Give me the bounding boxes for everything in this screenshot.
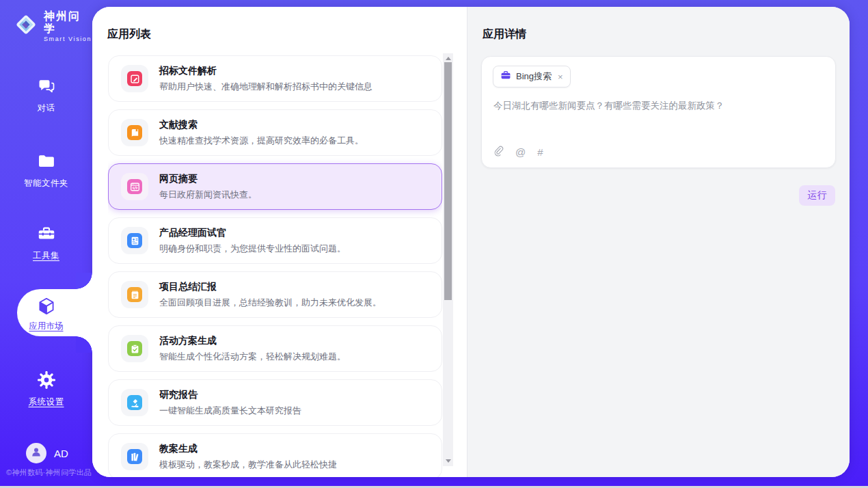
- briefcase-icon: [500, 70, 511, 83]
- app-desc: 明确身份和职责，为您提供专业性的面试问题。: [159, 243, 346, 255]
- microscope-icon: [127, 395, 142, 410]
- sidebar-item-smart-folders[interactable]: 智能文件夹: [0, 152, 92, 189]
- sidebar: 神州问学 Smart Vision 对话 智能文件夹 工具集: [0, 0, 92, 486]
- gear-icon: [37, 370, 56, 390]
- user-account[interactable]: AD: [26, 443, 68, 463]
- person-icon: [30, 446, 42, 461]
- prompt-input[interactable]: 今日湖北有哪些新闻要点？有哪些需要关注的最新政策？: [493, 99, 824, 113]
- app-icon-tile: [121, 227, 148, 254]
- content-area: 应用列表 招标文件解析 帮助用户快速、准确地理解和解析招标书中的关键信息 文献搜…: [92, 7, 850, 477]
- app-desc: 帮助用户快速、准确地理解和解析招标书中的关键信息: [159, 81, 372, 93]
- app-detail-panel: 应用详情 Bing搜索 × 今日湖北有哪些新闻要点？有哪些需要关注的最新政策？ …: [467, 7, 850, 477]
- app-icon-tile: [121, 281, 148, 308]
- gem-logo-icon: [14, 12, 38, 40]
- tag-remove-icon[interactable]: ×: [558, 72, 563, 82]
- app-window: 应用列表 招标文件解析 帮助用户快速、准确地理解和解析招标书中的关键信息 文献搜…: [0, 0, 868, 488]
- app-card[interactable]: 活动方案生成 智能生成个性化活动方案，轻松解决规划难题。: [108, 325, 442, 372]
- tab-notch-bottom: [76, 336, 92, 353]
- app-desc: 一键智能生成高质量长文本研究报告: [159, 405, 301, 417]
- app-icon-tile: [121, 335, 148, 362]
- app-name: 招标文件解析: [159, 65, 372, 77]
- app-name: 项目总结汇报: [159, 281, 381, 293]
- scrollbar-thumb[interactable]: [444, 62, 452, 300]
- scroll-down-icon[interactable]: [446, 459, 451, 463]
- notepad-icon: [127, 287, 142, 302]
- tool-tag-bing-search[interactable]: Bing搜索 ×: [493, 66, 571, 87]
- user-name: AD: [54, 448, 68, 459]
- toolbox-icon: [37, 224, 56, 243]
- app-card[interactable]: 网页摘要 每日政府新闻资讯快查。: [108, 163, 442, 210]
- sidebar-item-label: 智能文件夹: [0, 178, 92, 189]
- app-card-list: 招标文件解析 帮助用户快速、准确地理解和解析招标书中的关键信息 文献搜索 快速精…: [108, 55, 442, 477]
- sidebar-item-settings[interactable]: 系统设置: [0, 370, 92, 408]
- app-list-panel: 应用列表 招标文件解析 帮助用户快速、准确地理解和解析招标书中的关键信息 文献搜…: [92, 7, 467, 477]
- app-icon-tile: [121, 443, 148, 470]
- app-card[interactable]: 招标文件解析 帮助用户快速、准确地理解和解析招标书中的关键信息: [108, 55, 442, 102]
- sidebar-item-label: 应用市场: [0, 321, 92, 332]
- folder-icon: [37, 152, 56, 171]
- tab-notch-top: [76, 273, 92, 289]
- chat-icon: [37, 77, 56, 96]
- app-name: 产品经理面试官: [159, 227, 346, 239]
- attachment-toolbar: @ #: [493, 146, 543, 159]
- copyright-text: ©神州数码·神州问学出品: [6, 467, 92, 478]
- browser-code-icon: [127, 179, 142, 194]
- app-name: 文献搜索: [159, 119, 364, 131]
- app-icon-tile: [121, 389, 148, 416]
- app-desc: 快速精准查找学术资源，提高研究效率的必备工具。: [159, 135, 364, 147]
- app-name: 网页摘要: [159, 173, 257, 185]
- app-name: 活动方案生成: [159, 335, 346, 347]
- sidebar-item-toolset[interactable]: 工具集: [0, 224, 92, 262]
- prompt-card: Bing搜索 × 今日湖北有哪些新闻要点？有哪些需要关注的最新政策？ @ #: [481, 56, 836, 168]
- resume-icon: [127, 233, 142, 248]
- app-desc: 智能生成个性化活动方案，轻松解决规划难题。: [159, 351, 346, 363]
- app-card[interactable]: 研究报告 一键智能生成高质量长文本研究报告: [108, 379, 442, 426]
- app-icon-tile: [121, 65, 148, 92]
- cube-icon: [37, 297, 56, 316]
- books-icon: [127, 449, 142, 464]
- brand-tagline: Smart Vision: [44, 36, 92, 42]
- sidebar-item-label: 对话: [0, 103, 92, 114]
- app-name: 教案生成: [159, 443, 337, 455]
- sidebar-item-chat[interactable]: 对话: [0, 77, 92, 114]
- clipboard-check-icon: [127, 341, 142, 356]
- brand-logo: 神州问学 Smart Vision: [14, 10, 92, 42]
- app-card[interactable]: 教案生成 模板驱动，教案秒成，教学准备从此轻松快捷: [108, 433, 442, 477]
- app-list-title: 应用列表: [107, 27, 151, 42]
- app-desc: 每日政府新闻资讯快查。: [159, 189, 257, 201]
- sidebar-item-label: 工具集: [0, 250, 92, 262]
- app-desc: 模板驱动，教案秒成，教学准备从此轻松快捷: [159, 459, 337, 471]
- hash-icon[interactable]: #: [537, 147, 543, 157]
- book-icon: [127, 125, 142, 140]
- app-card[interactable]: 项目总结汇报 全面回顾项目进展，总结经验教训，助力未来优化发展。: [108, 271, 442, 318]
- sidebar-item-app-market[interactable]: 应用市场: [0, 289, 92, 332]
- scroll-up-icon[interactable]: [446, 57, 451, 60]
- app-detail-title: 应用详情: [483, 27, 526, 42]
- at-mention-icon[interactable]: @: [515, 147, 526, 157]
- app-card[interactable]: 文献搜索 快速精准查找学术资源，提高研究效率的必备工具。: [108, 109, 442, 156]
- paperclip-icon[interactable]: [493, 146, 504, 159]
- window-frame: 应用列表 招标文件解析 帮助用户快速、准确地理解和解析招标书中的关键信息 文献搜…: [0, 0, 868, 486]
- app-icon-tile: [121, 119, 148, 146]
- app-name: 研究报告: [159, 389, 301, 401]
- scrollbar[interactable]: [443, 53, 453, 466]
- app-icon-tile: [121, 173, 148, 200]
- tool-tag-label: Bing搜索: [516, 70, 552, 83]
- brand-name: 神州问学: [44, 10, 92, 36]
- avatar: [26, 443, 46, 463]
- run-button[interactable]: 运行: [799, 185, 835, 206]
- sidebar-item-label: 系统设置: [0, 396, 92, 408]
- edit-document-icon: [127, 71, 142, 86]
- app-card[interactable]: 产品经理面试官 明确身份和职责，为您提供专业性的面试问题。: [108, 217, 442, 264]
- app-desc: 全面回顾项目进展，总结经验教训，助力未来优化发展。: [159, 297, 381, 309]
